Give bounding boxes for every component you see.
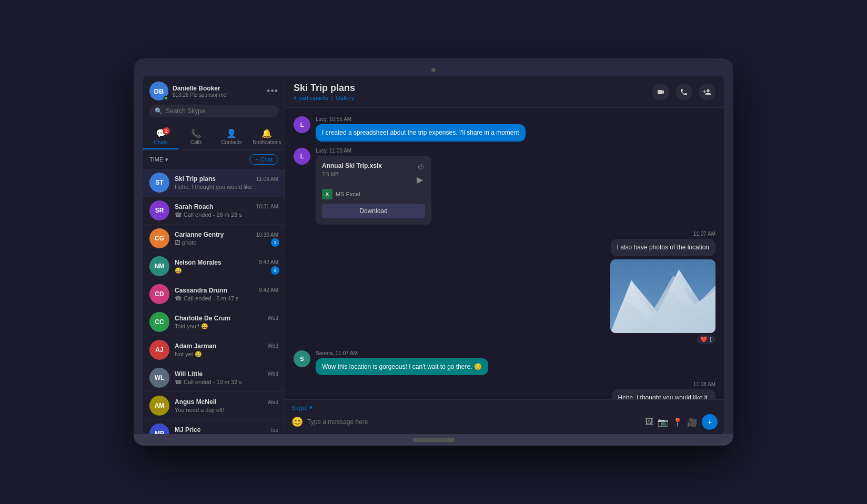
chat-item[interactable]: AM Angus McNeil Wed You need a day off! [143,392,285,420]
profile-info: DB Danielle Booker $13.26 Plz sponsor me… [149,82,228,100]
chat-avatar: WL [149,368,169,388]
avatar-wrap: DB [149,82,168,100]
chat-item[interactable]: CC Charlotte De Crum Wed Told you!! 😄 [143,308,285,336]
emoji-react-icon[interactable]: ☺ [417,162,425,172]
chat-input-area: Skype ▾ 😊 🖼 📷 📍 🎥 + [285,399,724,434]
chat-name: Charlotte De Crum [175,315,230,322]
chat-name-row: MJ Price Tue [175,426,278,434]
chat-item[interactable]: AJ Adam Jarman Wed Not yet 😢 [143,336,285,364]
tab-notifications[interactable]: 🔔 Notifications [249,124,285,149]
chat-preview: 🖼 photo [175,239,278,246]
time-filter-label: TIME [149,156,163,163]
chat-preview: ☎ Call ended - 5 m 47 s [175,295,278,302]
new-chat-button[interactable]: + Chat [249,154,278,165]
input-actions: 🖼 📷 📍 🎥 [645,417,698,427]
message-sender-time: Lucy, 11:00 AM [316,148,431,154]
file-size: 7.6 MB [322,172,382,177]
laptop-notch [412,438,455,442]
file-actions: ☺ ▶ [417,162,425,185]
attach-image-icon[interactable]: 🖼 [645,417,653,427]
chat-name: Angus McNeil [175,398,216,406]
tab-chats[interactable]: 💬 Chats 2 [143,124,178,149]
reaction[interactable]: ❤️ 1 [697,335,715,344]
message-content-right: 11:07 AM I also have photos of the locat… [610,231,715,344]
search-icon: 🔍 [155,107,163,115]
input-row: 😊 🖼 📷 📍 🎥 + [291,414,718,430]
chat-name: Nelson Morales [175,259,221,266]
file-forward-icon[interactable]: ▶ [417,175,425,185]
tab-calls[interactable]: 📞 Calls [178,124,214,149]
more-button[interactable]: ••• [267,86,278,97]
chat-item[interactable]: ST Ski Trip plans 11:08 AM Hehe, I thoug… [143,169,285,197]
gallery-link[interactable]: Gallery [336,95,355,101]
skype-label[interactable]: Skype ▾ [291,404,718,411]
chat-info: Carianne Gentry 10:30 AM 🖼 photo [175,231,278,246]
send-button[interactable]: + [702,414,718,430]
emoji-button[interactable]: 😊 [291,416,303,428]
chat-item[interactable]: WL Will Little Wed ☎ Call ended - 10 m 3… [143,364,285,392]
file-info: Annual Ski Trip.xslx 7.6 MB [322,162,382,177]
sidebar: DB Danielle Booker $13.26 Plz sponsor me… [143,76,285,434]
chat-time: Wed [268,343,278,349]
profile-sub: $13.26 Plz sponsor me! [173,92,228,98]
add-participant-button[interactable] [699,84,715,100]
message-content-right: 11:08 AM Hehe, I thought you would like … [612,381,715,399]
message-time: 11:08 AM [693,381,715,387]
messages-area: L Lucy, 10:55 AM I created a spreadsheet… [285,108,724,399]
message-sender-time: Serena, 11:07 AM [316,350,488,356]
message-input[interactable] [307,418,641,426]
chat-name: Carianne Gentry [175,231,224,238]
chat-name-row: Sarah Roach 10:31 AM [175,203,278,210]
file-app-info: X MS Excel [322,189,425,199]
excel-icon: X [322,189,332,199]
photo-attachment[interactable] [610,259,715,333]
video-icon[interactable]: 🎥 [687,417,698,427]
file-card: Annual Ski Trip.xslx 7.6 MB ☺ ▶ X [316,156,431,225]
message-bubble: I also have photos of the location [611,239,715,256]
chat-time: 9:42 AM [259,259,278,265]
message-group-right: 11:08 AM Hehe, I thought you would like … [294,381,715,399]
location-icon[interactable]: 📍 [672,417,683,427]
chat-time: 10:30 AM [256,232,278,238]
chat-name-row: Adam Jarman Wed [175,342,278,350]
video-call-button[interactable] [652,84,669,100]
attach-file-icon[interactable]: 📷 [658,417,668,427]
chat-avatar: ST [149,173,169,193]
chat-preview: ☎ Call ended - 10 m 32 s [175,379,278,386]
audio-call-button[interactable] [676,84,692,100]
chat-item[interactable]: NM Nelson Morales 9:42 AM 😄 4 [143,253,285,280]
chat-name: Adam Jarman [175,342,216,350]
chat-preview: 😄 [175,267,278,274]
chat-name-row: Ski Trip plans 11:08 AM [175,175,278,183]
search-box: 🔍 [149,105,278,117]
unread-badge: 4 [271,266,279,275]
message-bubble: Hehe, I thought you would like it. [612,389,715,399]
message-group-right: 11:07 AM I also have photos of the locat… [294,231,715,344]
chat-time: 9:42 AM [259,287,278,293]
time-filter[interactable]: TIME ▾ [149,156,168,163]
sidebar-header: DB Danielle Booker $13.26 Plz sponsor me… [143,76,285,124]
download-button[interactable]: Download [322,204,425,218]
chat-avatar: AM [149,396,169,416]
chat-header-actions [652,84,715,100]
chat-name-row: Charlotte De Crum Wed [175,315,278,322]
reaction-bar: ❤️ 1 [697,335,715,344]
tab-calls-label: Calls [190,139,202,145]
chat-item[interactable]: CG Carianne Gentry 10:30 AM 🖼 photo 1 [143,225,285,253]
chat-name-row: Angus McNeil Wed [175,398,278,406]
profile-row: DB Danielle Booker $13.26 Plz sponsor me… [149,82,278,100]
tab-contacts[interactable]: 👤 Contacts [214,124,249,149]
chat-item[interactable]: CD Cassandra Drunn 9:42 AM ☎ Call ended … [143,280,285,308]
chat-list-header: TIME ▾ + Chat [143,150,285,169]
chat-avatar: CC [149,312,169,332]
chat-item[interactable]: MP MJ Price Tue Teehee! [143,420,285,434]
skype-label-text: Skype [291,405,308,411]
search-input[interactable] [166,107,273,115]
sender-avatar: L [294,148,310,165]
chat-name-row: Carianne Gentry 10:30 AM [175,231,278,238]
chats-badge: 2 [163,127,170,135]
chat-item[interactable]: SR Sarah Roach 10:31 AM ☎ Call ended - 2… [143,197,285,225]
tab-contacts-label: Contacts [221,139,241,145]
file-name: Annual Ski Trip.xslx [322,162,382,169]
chat-header: Ski Trip plans 4 participants | Gallery [285,76,724,108]
